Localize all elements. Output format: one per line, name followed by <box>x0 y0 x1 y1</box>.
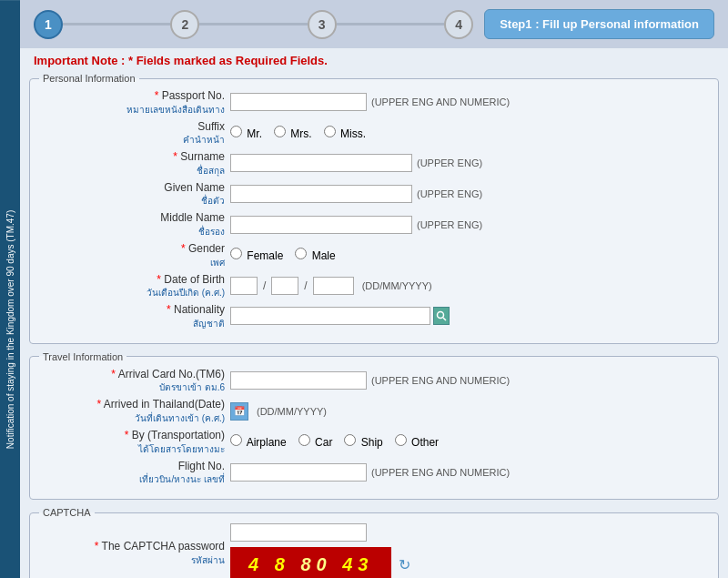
nationality-input[interactable] <box>230 307 430 325</box>
arrival-card-row: * Arrival Card No.(TM6) บัตรขาเข้า ตม.6 … <box>39 368 709 394</box>
given-name-hint: (UPPER ENG) <box>417 188 482 199</box>
passport-input[interactable] <box>230 93 367 111</box>
dob-format: (DD/MM/YYYY) <box>362 280 432 291</box>
arrival-card-hint: (UPPER ENG AND NUMERIC) <box>371 375 510 386</box>
arrival-card-input[interactable] <box>230 371 367 390</box>
nationality-search-icon[interactable] <box>433 307 450 325</box>
surname-hint: (UPPER ENG) <box>417 157 482 168</box>
suffix-mrs[interactable]: Mrs. <box>274 126 312 140</box>
step-3[interactable]: 3 <box>308 10 337 39</box>
gender-male[interactable]: Male <box>295 248 335 262</box>
step-bar: 1 2 3 4 Step1 : Fill up Personal informa… <box>20 0 728 48</box>
middle-name-input[interactable] <box>230 216 412 234</box>
captcha-input[interactable] <box>230 523 367 542</box>
dob-year-input[interactable] <box>313 277 354 295</box>
suffix-label: Suffix คำนำหน้า <box>39 120 230 147</box>
travel-info-legend: Travel Information <box>39 351 126 362</box>
flight-no-input[interactable] <box>230 463 367 482</box>
nationality-label: * Nationality สัญชาติ <box>39 303 230 330</box>
transport-row: * By (Transportation) ได้โดยสารโดยทางมะ … <box>39 429 709 455</box>
gender-female[interactable]: Female <box>230 248 283 262</box>
step-2[interactable]: 2 <box>170 10 199 39</box>
flight-no-hint: (UPPER ENG AND NUMERIC) <box>371 467 510 478</box>
captcha-legend: CAPTCHA <box>39 507 95 518</box>
sidebar: Notification of staying in the Kingdom o… <box>0 0 20 578</box>
dob-row: * Date of Birth วันเดือนปีเกิด (ค.ศ.) / … <box>39 273 709 299</box>
captcha-refresh-icon[interactable]: ↻ <box>399 556 410 573</box>
suffix-miss[interactable]: Miss. <box>324 126 366 140</box>
transport-other[interactable]: Other <box>395 434 439 449</box>
step-label: Step1 : Fill up Personal information <box>484 9 714 39</box>
suffix-row: Suffix คำนำหน้า Mr. Mrs. Miss. <box>39 120 709 147</box>
captcha-row: * The CAPTCHA password รหัสผ่าน 4 8 80 4… <box>39 523 709 578</box>
transport-label: * By (Transportation) ได้โดยสารโดยทางมะ <box>39 429 230 455</box>
surname-label: * Surname ชื่อสกุล <box>39 150 230 177</box>
surname-row: * Surname ชื่อสกุล (UPPER ENG) <box>39 150 709 177</box>
gender-label: * Gender เพศ <box>39 242 230 269</box>
nationality-row: * Nationality สัญชาติ <box>39 303 709 330</box>
arrived-date-row: * Arrived in Thailand(Date) วันที่เดินทา… <box>39 398 709 424</box>
personal-info-section: Personal Information * Passport No. หมาย… <box>29 73 719 344</box>
middle-name-hint: (UPPER ENG) <box>417 219 482 230</box>
captcha-image: 4 8 80 43 <box>230 547 391 578</box>
svg-point-0 <box>438 312 444 319</box>
arrival-card-label: * Arrival Card No.(TM6) บัตรขาเข้า ตม.6 <box>39 368 230 394</box>
dob-month-input[interactable] <box>271 277 298 295</box>
flight-no-row: Flight No. เที่ยวบิน/หางนะ เลขที่ (UPPER… <box>39 460 709 486</box>
dob-label: * Date of Birth วันเดือนปีเกิด (ค.ศ.) <box>39 273 230 299</box>
flight-no-label: Flight No. เที่ยวบิน/หางนะ เลขที่ <box>39 460 230 486</box>
gender-row: * Gender เพศ Female Male <box>39 242 709 269</box>
given-name-input[interactable] <box>230 185 412 203</box>
suffix-mr[interactable]: Mr. <box>230 126 262 140</box>
dob-day-input[interactable] <box>230 277 258 295</box>
surname-input[interactable] <box>230 154 412 172</box>
captcha-section: CAPTCHA * The CAPTCHA password รหัสผ่าน … <box>29 507 719 578</box>
passport-row: * Passport No. หมายเลขหนังสือเดินทาง (UP… <box>39 89 709 116</box>
sidebar-text: Notification of staying in the Kingdom o… <box>5 209 15 448</box>
passport-hint: (UPPER ENG AND NUMERIC) <box>371 96 510 107</box>
given-name-row: Given Name ชื่อตัว (UPPER ENG) <box>39 181 709 208</box>
captcha-label: * The CAPTCHA password รหัสผ่าน <box>39 540 230 566</box>
svg-line-1 <box>443 318 446 320</box>
arrived-date-format: (DD/MM/YYYY) <box>257 406 327 417</box>
important-note: Important Note : * Fields marked as Requ… <box>20 48 728 73</box>
given-name-label: Given Name ชื่อตัว <box>39 181 230 208</box>
step-4[interactable]: 4 <box>444 10 473 39</box>
passport-label: * Passport No. หมายเลขหนังสือเดินทาง <box>39 89 230 116</box>
transport-ship[interactable]: Ship <box>344 434 382 449</box>
personal-info-legend: Personal Information <box>39 73 139 84</box>
middle-name-row: Middle Name ชื่อรอง (UPPER ENG) <box>39 211 709 238</box>
calendar-icon[interactable]: 📅 <box>230 402 248 421</box>
transport-car[interactable]: Car <box>298 434 333 449</box>
step-1[interactable]: 1 <box>34 10 63 39</box>
middle-name-label: Middle Name ชื่อรอง <box>39 211 230 238</box>
arrived-date-label: * Arrived in Thailand(Date) วันที่เดินทา… <box>39 398 230 424</box>
transport-airplane[interactable]: Airplane <box>230 434 287 449</box>
travel-info-section: Travel Information * Arrival Card No.(TM… <box>29 351 719 500</box>
